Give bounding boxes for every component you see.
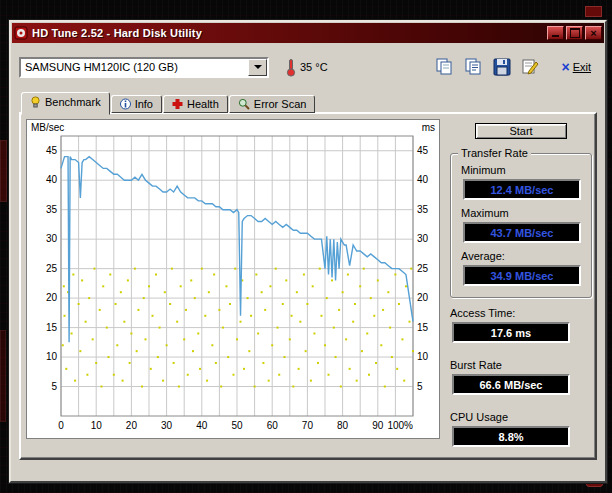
temperature-value: 35 °C — [300, 61, 328, 73]
svg-text:20: 20 — [46, 292, 58, 303]
info-icon — [120, 98, 131, 110]
wallpaper-accent — [0, 330, 6, 422]
maximum-value-box: 43.7 MB/sec — [463, 222, 581, 243]
drive-select[interactable]: SAMSUNG HM120IC (120 GB) — [19, 57, 269, 78]
minimum-value: 12.4 MB/sec — [491, 184, 554, 196]
window-title: HD Tune 2.52 - Hard Disk Utility — [32, 27, 543, 39]
copy-image-icon — [435, 58, 454, 76]
access-time-section: Access Time: 17.6 ms — [450, 307, 592, 350]
svg-text:50: 50 — [231, 420, 243, 431]
benchmark-chart: 5510101515202025253030353540404545010203… — [27, 120, 439, 438]
benchmark-icon — [30, 96, 41, 108]
svg-text:ms: ms — [422, 122, 435, 133]
svg-text:10: 10 — [46, 351, 58, 362]
svg-text:5: 5 — [417, 381, 423, 392]
svg-text:45: 45 — [417, 145, 429, 156]
copy-text-button[interactable] — [463, 57, 484, 77]
tab-error-scan[interactable]: Error Scan — [229, 95, 316, 113]
tab-benchmark-label: Benchmark — [45, 96, 101, 108]
copy-image-button[interactable] — [434, 57, 455, 77]
burst-rate-label: Burst Rate — [450, 359, 592, 371]
access-time-label: Access Time: — [450, 307, 592, 319]
copy-text-icon — [464, 58, 483, 76]
benchmark-chart-frame: 5510101515202025253030353540404545010203… — [26, 119, 440, 439]
svg-text:35: 35 — [417, 204, 429, 215]
tab-health[interactable]: Health — [163, 95, 228, 113]
average-value-box: 34.9 MB/sec — [463, 265, 581, 286]
health-cross-icon — [172, 98, 183, 110]
desktop-background: HD Tune 2.52 - Hard Disk Utility × SAMSU… — [0, 0, 612, 493]
cpu-usage-value-box: 8.8% — [452, 426, 570, 447]
minimize-button[interactable] — [547, 26, 564, 40]
titlebar[interactable]: HD Tune 2.52 - Hard Disk Utility × — [12, 23, 604, 43]
svg-text:15: 15 — [417, 322, 429, 333]
tab-strip: Benchmark Info — [19, 90, 597, 113]
maximize-button[interactable] — [566, 26, 583, 40]
svg-text:60: 60 — [267, 420, 279, 431]
minimum-value-box: 12.4 MB/sec — [463, 179, 581, 200]
save-icon — [493, 58, 511, 76]
save-button[interactable] — [492, 57, 512, 77]
magnifier-icon — [238, 98, 250, 110]
access-time-value-box: 17.6 ms — [452, 322, 570, 343]
burst-rate-section: Burst Rate 66.6 MB/sec — [450, 359, 592, 402]
benchmark-panel: 5510101515202025253030353540404545010203… — [19, 112, 597, 460]
maximum-value: 43.7 MB/sec — [491, 227, 554, 239]
thermometer-icon — [285, 58, 297, 77]
exit-label: Exit — [573, 61, 591, 73]
svg-text:10: 10 — [91, 420, 103, 431]
svg-text:MB/sec: MB/sec — [31, 122, 64, 133]
tab-benchmark[interactable]: Benchmark — [21, 92, 110, 115]
average-label: Average: — [461, 250, 581, 262]
svg-text:25: 25 — [417, 263, 429, 274]
transfer-rate-group-label: Transfer Rate — [458, 147, 531, 159]
svg-text:20: 20 — [126, 420, 138, 431]
wallpaper-accent — [0, 140, 7, 202]
svg-text:0: 0 — [58, 420, 64, 431]
tab-error-scan-label: Error Scan — [254, 98, 307, 110]
cpu-usage-section: CPU Usage 8.8% — [450, 411, 592, 454]
results-panel: Start Transfer Rate Minimum 12.4 MB/sec … — [440, 119, 592, 453]
tab-health-label: Health — [187, 98, 219, 110]
svg-text:80: 80 — [337, 420, 349, 431]
cpu-usage-value: 8.8% — [498, 431, 523, 443]
svg-text:10: 10 — [417, 351, 429, 362]
burst-rate-value-box: 66.6 MB/sec — [452, 374, 570, 395]
maximum-label: Maximum — [461, 207, 581, 219]
toolbar: SAMSUNG HM120IC (120 GB) 35 °C — [19, 54, 597, 80]
svg-text:90: 90 — [372, 420, 384, 431]
svg-text:40: 40 — [417, 174, 429, 185]
svg-text:20: 20 — [417, 292, 429, 303]
svg-text:30: 30 — [417, 233, 429, 244]
svg-text:25: 25 — [46, 263, 58, 274]
hdtune-window: HD Tune 2.52 - Hard Disk Utility × SAMSU… — [9, 20, 607, 483]
svg-text:35: 35 — [46, 204, 58, 215]
transfer-rate-group: Transfer Rate Minimum 12.4 MB/sec Maximu… — [450, 153, 592, 298]
options-icon — [521, 58, 540, 76]
close-button[interactable]: × — [585, 26, 602, 40]
options-button[interactable] — [520, 57, 541, 77]
burst-rate-value: 66.6 MB/sec — [480, 379, 543, 391]
drive-select-value: SAMSUNG HM120IC (120 GB) — [25, 61, 178, 73]
wallpaper-accent — [585, 6, 602, 17]
svg-text:5: 5 — [51, 381, 57, 392]
svg-text:30: 30 — [46, 233, 58, 244]
combo-dropdown-button[interactable] — [248, 59, 267, 76]
svg-text:30: 30 — [161, 420, 173, 431]
start-button[interactable]: Start — [475, 123, 567, 139]
minimum-label: Minimum — [461, 164, 581, 176]
tab-info-label: Info — [135, 98, 153, 110]
access-time-value: 17.6 ms — [491, 327, 531, 339]
average-value: 34.9 MB/sec — [491, 270, 554, 282]
svg-text:45: 45 — [46, 145, 58, 156]
exit-button[interactable]: × Exit — [555, 60, 597, 74]
svg-text:40: 40 — [46, 174, 58, 185]
app-icon — [14, 26, 28, 40]
tab-info[interactable]: Info — [111, 95, 162, 113]
svg-text:70: 70 — [302, 420, 314, 431]
cpu-usage-label: CPU Usage — [450, 411, 592, 423]
svg-text:100%: 100% — [387, 420, 413, 431]
svg-text:40: 40 — [196, 420, 208, 431]
exit-x-icon: × — [561, 61, 569, 73]
svg-text:15: 15 — [46, 322, 58, 333]
